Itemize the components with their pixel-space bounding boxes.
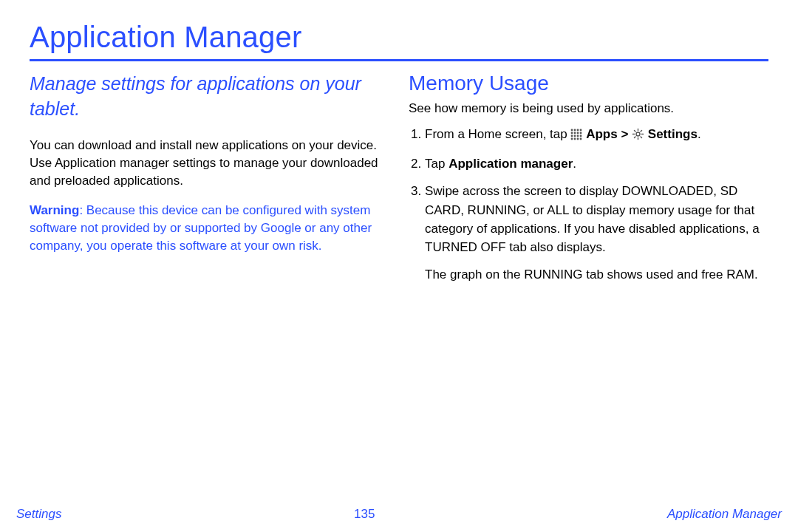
page-title: Application Manager	[30, 21, 768, 53]
steps-list: From a Home screen, tap Apps	[409, 125, 768, 284]
warning-body: : Because this device can be configured …	[30, 203, 372, 253]
svg-point-6	[577, 132, 579, 134]
step-3-note: The graph on the RUNNING tab shows used …	[425, 265, 768, 284]
section-heading-memory-usage: Memory Usage	[409, 72, 768, 95]
step-1-apps: Apps	[586, 127, 618, 141]
svg-point-10	[577, 135, 579, 137]
step-2-bold: Application manager	[449, 157, 573, 171]
svg-point-5	[574, 132, 576, 134]
svg-point-4	[571, 132, 573, 134]
svg-point-13	[574, 138, 576, 140]
svg-point-9	[574, 135, 576, 137]
step-2: Tap Application manager.	[425, 154, 768, 173]
step-1-gt: >	[621, 127, 632, 141]
settings-gear-icon	[632, 127, 644, 146]
svg-point-0	[571, 129, 573, 132]
svg-point-8	[571, 135, 573, 137]
svg-point-1	[574, 129, 576, 132]
svg-point-2	[577, 129, 579, 132]
memory-intro: See how memory is being used by applicat…	[409, 100, 768, 117]
step-3-text: Swipe across the screen to display DOWNL…	[425, 184, 760, 253]
step-2-dot: .	[573, 157, 576, 171]
title-divider	[30, 59, 768, 61]
footer-left: Settings	[16, 507, 61, 522]
step-1-pre: From a Home screen, tap	[425, 127, 570, 141]
svg-point-7	[580, 132, 582, 134]
footer-right: Application Manager	[667, 507, 782, 522]
step-1-settings: Settings	[648, 127, 698, 141]
footer-page-number: 135	[354, 507, 375, 522]
warning-text: Warning: Because this device can be conf…	[30, 202, 389, 255]
page-subtitle: Manage settings for applications on your…	[30, 72, 389, 122]
right-column: Memory Usage See how memory is being use…	[409, 72, 768, 293]
apps-grid-icon	[570, 127, 582, 146]
svg-point-3	[580, 129, 582, 132]
svg-point-11	[580, 135, 582, 137]
svg-point-14	[577, 138, 579, 140]
svg-point-12	[571, 138, 573, 140]
warning-label: Warning	[30, 203, 79, 217]
step-1: From a Home screen, tap Apps	[425, 125, 768, 146]
svg-point-15	[580, 138, 582, 140]
step-1-dot: .	[698, 127, 701, 141]
step-3: Swipe across the screen to display DOWNL…	[425, 182, 768, 284]
intro-text: You can download and install new applica…	[30, 137, 389, 190]
page-footer: Settings 135 Application Manager	[0, 507, 798, 522]
step-2-pre: Tap	[425, 157, 449, 171]
svg-point-16	[636, 132, 640, 136]
left-column: Manage settings for applications on your…	[30, 72, 389, 293]
